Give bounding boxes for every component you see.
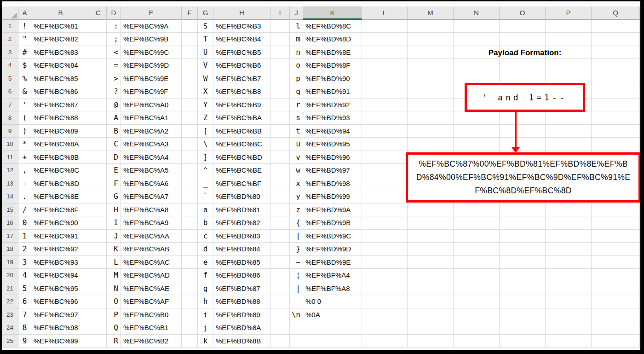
cell-D12[interactable]: E bbox=[107, 164, 121, 177]
cell-E17[interactable]: %EF%BC%AA bbox=[121, 230, 182, 243]
cell-F17[interactable] bbox=[182, 230, 198, 243]
cell-H5[interactable]: %EF%BC%B7 bbox=[213, 72, 270, 86]
cell-H9[interactable]: %EF%BC%BB bbox=[213, 125, 270, 138]
cell-H7[interactable]: %EF%BC%B9 bbox=[213, 99, 270, 112]
cell-I9[interactable] bbox=[270, 125, 290, 138]
cell-E25[interactable]: %EF%BC%B2 bbox=[121, 335, 182, 348]
cell-A11[interactable]: + bbox=[18, 151, 31, 164]
cell-B2[interactable]: %EF%BC%82 bbox=[31, 33, 90, 46]
cell-Q4[interactable] bbox=[592, 59, 640, 72]
cell-G2[interactable]: T bbox=[198, 33, 213, 46]
cell-H15[interactable]: %EF%BD%81 bbox=[213, 203, 270, 217]
cell-G10[interactable]: \ bbox=[198, 138, 213, 151]
cell-H20[interactable]: %EF%BD%86 bbox=[213, 269, 270, 282]
cell-D7[interactable]: @ bbox=[107, 99, 121, 112]
cell-P19[interactable] bbox=[546, 256, 592, 269]
cell-F11[interactable] bbox=[182, 151, 198, 164]
cell-E15[interactable]: %EF%BC%A8 bbox=[121, 203, 182, 217]
cell-Q25[interactable] bbox=[592, 335, 640, 348]
cell-C21[interactable] bbox=[90, 282, 107, 296]
cell-B4[interactable]: %EF%BC%84 bbox=[31, 59, 90, 72]
cell-J7[interactable]: r bbox=[290, 99, 303, 112]
cell-I8[interactable] bbox=[270, 111, 290, 125]
cell-G22[interactable]: h bbox=[198, 295, 213, 308]
cell-N22[interactable] bbox=[454, 295, 500, 308]
cell-F20[interactable] bbox=[182, 269, 198, 282]
cell-D18[interactable]: K bbox=[107, 243, 121, 256]
cell-C8[interactable] bbox=[90, 111, 107, 125]
cell-K21[interactable]: %EF%BF%A8 bbox=[303, 282, 362, 296]
cell-L12[interactable] bbox=[362, 164, 408, 177]
cell-D10[interactable]: C bbox=[107, 138, 121, 151]
column-header-H[interactable]: H bbox=[213, 6, 270, 20]
row-header-20[interactable]: 20 bbox=[2, 269, 18, 282]
cell-L15[interactable] bbox=[362, 203, 408, 217]
cell-O10[interactable] bbox=[500, 138, 546, 151]
cell-K3[interactable]: %EF%BD%8E bbox=[303, 46, 362, 59]
cell-I21[interactable] bbox=[270, 282, 290, 296]
cell-L20[interactable] bbox=[362, 269, 408, 282]
cell-K10[interactable]: %EF%BD%95 bbox=[303, 138, 362, 151]
cell-H21[interactable]: %EF%BD%87 bbox=[213, 282, 270, 296]
cell-L10[interactable] bbox=[362, 138, 408, 151]
column-header-M[interactable]: M bbox=[408, 6, 454, 20]
cell-F13[interactable] bbox=[182, 177, 198, 191]
cell-M21[interactable] bbox=[408, 282, 454, 296]
cell-J22[interactable] bbox=[290, 295, 303, 308]
cell-G8[interactable]: Z bbox=[198, 111, 213, 125]
cell-P22[interactable] bbox=[546, 295, 592, 308]
cell-B11[interactable]: %EF%BC%8B bbox=[31, 151, 90, 164]
cell-F16[interactable] bbox=[182, 216, 198, 230]
cell-F24[interactable] bbox=[182, 321, 198, 335]
row-header-17[interactable]: 17 bbox=[2, 230, 18, 243]
row-header-10[interactable]: 10 bbox=[2, 138, 18, 151]
cell-H19[interactable]: %EF%BD%85 bbox=[213, 256, 270, 269]
cell-G14[interactable]: ` bbox=[198, 190, 213, 203]
cell-K5[interactable]: %EF%BD%90 bbox=[303, 72, 362, 86]
cell-C9[interactable] bbox=[90, 125, 107, 138]
cell-I24[interactable] bbox=[270, 321, 290, 335]
cell-L17[interactable] bbox=[362, 230, 408, 243]
row-header-11[interactable]: 11 bbox=[2, 151, 18, 164]
cell-C22[interactable] bbox=[90, 295, 107, 308]
cell-F3[interactable] bbox=[182, 46, 198, 59]
cell-A12[interactable]: , bbox=[18, 164, 31, 177]
cell-N2[interactable] bbox=[454, 33, 500, 46]
cell-I15[interactable] bbox=[270, 203, 290, 217]
cell-B8[interactable]: %EF%BC%88 bbox=[31, 111, 90, 125]
row-header-9[interactable]: 9 bbox=[2, 125, 18, 138]
cell-H13[interactable]: %EF%BC%BF bbox=[213, 177, 270, 191]
column-header-Q[interactable]: Q bbox=[592, 6, 640, 20]
cell-L5[interactable] bbox=[362, 72, 408, 86]
cell-J9[interactable]: t bbox=[290, 125, 303, 138]
cell-E3[interactable]: %EF%BC%9C bbox=[121, 46, 182, 59]
cell-K9[interactable]: %EF%BD%94 bbox=[303, 125, 362, 138]
cell-O9[interactable] bbox=[500, 125, 546, 138]
cell-O17[interactable] bbox=[500, 230, 546, 243]
cell-N21[interactable] bbox=[454, 282, 500, 296]
cell-M4[interactable] bbox=[408, 59, 454, 72]
cell-G25[interactable]: k bbox=[198, 335, 213, 348]
column-header-A[interactable]: A bbox=[18, 6, 31, 20]
cell-E19[interactable]: %EF%BC%AC bbox=[121, 256, 182, 269]
cell-H14[interactable]: %EF%BD%80 bbox=[213, 190, 270, 203]
cell-K19[interactable]: %EF%BD%9E bbox=[303, 256, 362, 269]
cell-B13[interactable]: %EF%BC%8D bbox=[31, 177, 90, 191]
cell-A14[interactable]: . bbox=[18, 190, 31, 203]
cell-J25[interactable] bbox=[290, 335, 303, 348]
cell-F4[interactable] bbox=[182, 59, 198, 72]
cell-D5[interactable]: > bbox=[107, 72, 121, 86]
cell-E6[interactable]: %EF%BC%9F bbox=[121, 85, 182, 99]
payload-input-box[interactable]: ' and 1=1-- bbox=[465, 83, 585, 112]
cell-D21[interactable]: N bbox=[107, 282, 121, 296]
cell-M6[interactable] bbox=[408, 85, 454, 99]
cell-G7[interactable]: Y bbox=[198, 99, 213, 112]
cell-J8[interactable]: s bbox=[290, 111, 303, 125]
payload-encoded-box[interactable]: %EF%BC%87%00%EF%BD%81%EF%BD%8E%EF%BD%84%… bbox=[406, 152, 640, 203]
cell-J19[interactable]: ~ bbox=[290, 256, 303, 269]
cell-B9[interactable]: %EF%BC%89 bbox=[31, 125, 90, 138]
cell-O2[interactable] bbox=[500, 33, 546, 46]
cell-E21[interactable]: %EF%BC%AE bbox=[121, 282, 182, 296]
cell-P15[interactable] bbox=[546, 203, 592, 217]
cell-C2[interactable] bbox=[90, 33, 107, 46]
